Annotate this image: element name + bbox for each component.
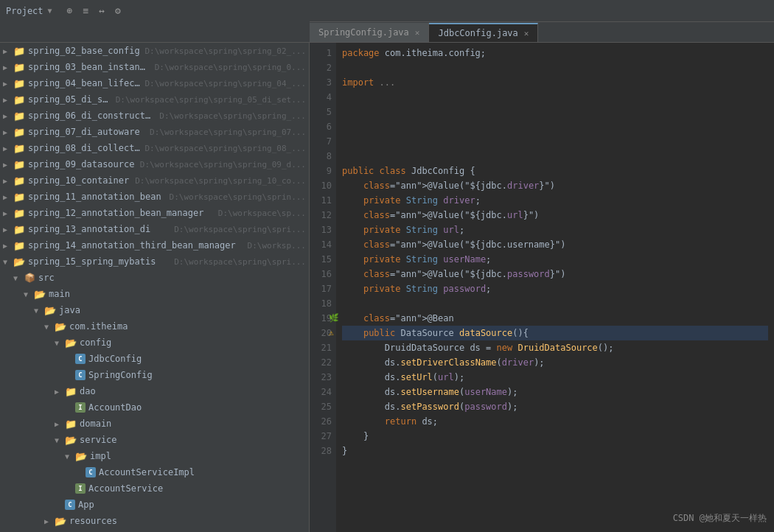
tree-item[interactable]: ▶📁spring_10_containerD:\workspace\spring… (0, 172, 309, 189)
line-number: 18 (317, 296, 332, 311)
tree-arrow[interactable]: ▶ (3, 80, 13, 88)
tree-arrow[interactable]: ▶ (3, 242, 13, 250)
tree-item[interactable]: ▼📂impl (0, 448, 309, 464)
tree-item-label: com.itheima (69, 321, 306, 332)
tree-arrow[interactable]: ▶ (55, 420, 65, 428)
tree-item[interactable]: ▼📂spring_15_spring_mybatisD:\workspace\s… (0, 253, 309, 270)
code-text: DruidDataSource ds = new DruidDataSource… (342, 340, 614, 355)
tree-item[interactable]: IAccountService (0, 480, 309, 497)
tree-item[interactable]: ▶📁spring_09_datasourceD:\workspace\sprin… (0, 156, 309, 172)
tree-arrow[interactable]: ▶ (44, 517, 55, 525)
tree-arrow[interactable]: ▼ (13, 274, 24, 282)
tree-item-label: spring_12_annotation_bean_manager (28, 208, 214, 218)
tree-arrow[interactable]: ▼ (55, 339, 65, 347)
tree-arrow[interactable]: ▶ (3, 47, 13, 55)
line-number: 9 (317, 164, 332, 178)
tree-item[interactable]: ▶📁spring_12_annotation_bean_managerD:\wo… (0, 205, 309, 221)
code-line: ds.setPassword(password); (342, 399, 768, 414)
tree-item[interactable]: CAccountServiceImpl (0, 464, 309, 480)
tab-spring-config-label: SpringConfig.java (318, 27, 409, 38)
project-sidebar[interactable]: ▶📁spring_02_base_configD:\workspace\spri… (0, 43, 310, 532)
tree-arrow[interactable]: ▶ (3, 63, 13, 71)
tree-item-label: spring_07_di_autoware (28, 127, 145, 137)
tree-arrow[interactable]: ▶ (3, 225, 13, 234)
tree-arrow[interactable]: ▶ (3, 144, 13, 153)
tree-arrow[interactable]: ▶ (3, 96, 13, 104)
code-text (342, 60, 347, 75)
tree-item[interactable]: ▶📁spring_04_bean_lifecycleD:\workspace\s… (0, 75, 309, 91)
tree-item[interactable]: ▶📁dao (0, 383, 309, 399)
code-text: class="ann">@Value("${jdbc.driver}") (342, 178, 555, 193)
tree-item[interactable]: CSpringConfig (0, 367, 309, 383)
tree-item[interactable]: ▼📂main (0, 286, 309, 302)
tree-arrow[interactable]: ▶ (3, 161, 13, 169)
tree-arrow[interactable]: ▶ (55, 388, 65, 396)
code-text (342, 296, 347, 311)
tree-item-label: spring_14_annotation_third_bean_manager (28, 240, 243, 251)
tree-arrow[interactable]: ▼ (3, 258, 13, 266)
expand-icon[interactable]: ↔ (96, 4, 108, 18)
tree-item[interactable]: ▶📁spring_11_annotation_beanD:\workspace\… (0, 189, 309, 205)
tree-arrow[interactable]: ▼ (34, 307, 44, 315)
tree-item[interactable]: IAccountDao (0, 399, 309, 416)
code-text: ds.setPassword(password); (342, 399, 517, 414)
folder-icon: 📁 (13, 239, 25, 251)
tree-item[interactable]: ▶📁spring_08_di_collectionD:\workspace\sp… (0, 140, 309, 156)
line-number: 21 (317, 340, 332, 355)
tree-item[interactable]: ▼📂config (0, 335, 309, 351)
tree-item-label: AccountService (88, 483, 306, 494)
code-line (342, 296, 768, 311)
tree-arrow[interactable]: ▶ (3, 128, 13, 136)
tree-item-label: spring_13_annotation_di (28, 224, 170, 234)
tree-item[interactable]: ▶📂resources (0, 513, 309, 529)
tab-spring-config-close[interactable]: ✕ (415, 28, 420, 38)
settings-icon[interactable]: ⚙ (112, 4, 124, 18)
code-line: private String password; (342, 281, 768, 296)
tab-jdbc-config-close[interactable]: ✕ (524, 29, 529, 38)
tree-item[interactable]: ▼📂service (0, 432, 309, 448)
tree-arrow[interactable]: ▶ (3, 177, 13, 185)
tree-arrow[interactable]: ▼ (55, 436, 65, 444)
code-line (342, 134, 768, 149)
tab-jdbc-config[interactable]: JdbcConfig.java ✕ (429, 23, 538, 42)
folder-open-icon: 📂 (13, 256, 25, 267)
tree-arrow[interactable]: ▶ (3, 209, 13, 217)
line-number: 7 (317, 134, 332, 149)
code-editor[interactable]: 1234567891011121314151617181920212223242… (310, 43, 774, 532)
tree-item[interactable]: ▶📁domain (0, 416, 309, 432)
tab-jdbc-config-label: JdbcConfig.java (438, 28, 517, 38)
dropdown-arrow[interactable]: ▼ (48, 7, 52, 15)
tree-arrow[interactable]: ▶ (3, 193, 13, 201)
warn-gutter-icon[interactable]: ⚠ (329, 326, 334, 340)
tree-item[interactable]: ▶📁spring_07_di_autowareD:\workspace\spri… (0, 124, 309, 140)
tree-item[interactable]: 🔧jdbc.properties (0, 529, 309, 532)
tree-item[interactable]: ▼📂com.itheima (0, 318, 309, 335)
code-text: return ds; (342, 414, 438, 429)
tree-item[interactable]: ▶📁spring_14_annotation_third_bean_manage… (0, 237, 309, 253)
tree-item[interactable]: ▶📁spring_06_di_constructorD:\workspace\s… (0, 108, 309, 124)
line-number: 17 (317, 281, 332, 296)
watermark: CSDN @她和夏天一样热 (673, 512, 767, 525)
add-icon[interactable]: ⊕ (64, 4, 76, 18)
tree-item[interactable]: CApp (0, 497, 309, 513)
tree-item[interactable]: ▼📂java (0, 302, 309, 318)
folder-icon: 📁 (13, 223, 25, 235)
line-number: 14 (317, 237, 332, 252)
bean-gutter-icon[interactable]: 🌿 (329, 311, 339, 326)
tree-item-path: D:\workspace\spring\spring_0... (155, 63, 306, 72)
tree-item[interactable]: ▶📁spring_03_bean_instanceD:\workspace\sp… (0, 59, 309, 75)
tree-item[interactable]: ▶📁spring_05_di_setD:\workspace\spring\sp… (0, 91, 309, 108)
tree-arrow[interactable]: ▼ (44, 323, 55, 331)
list-icon[interactable]: ≡ (80, 4, 91, 18)
tree-item-label: App (78, 500, 306, 510)
tree-item[interactable]: ▼📦src (0, 270, 309, 286)
tree-arrow[interactable]: ▼ (24, 290, 34, 298)
tree-item[interactable]: CJdbcConfig (0, 351, 309, 367)
tree-item[interactable]: ▶📁spring_13_annotation_diD:\workspace\sp… (0, 221, 309, 237)
tree-arrow[interactable]: ▼ (65, 452, 75, 461)
tree-item[interactable]: ▶📁spring_02_base_configD:\workspace\spri… (0, 43, 309, 59)
tree-item-label: dao (80, 386, 306, 396)
tab-spring-config[interactable]: SpringConfig.java ✕ (310, 23, 429, 42)
code-content[interactable]: package com.itheima.config; import ... p… (336, 43, 774, 532)
tree-arrow[interactable]: ▶ (3, 112, 13, 120)
